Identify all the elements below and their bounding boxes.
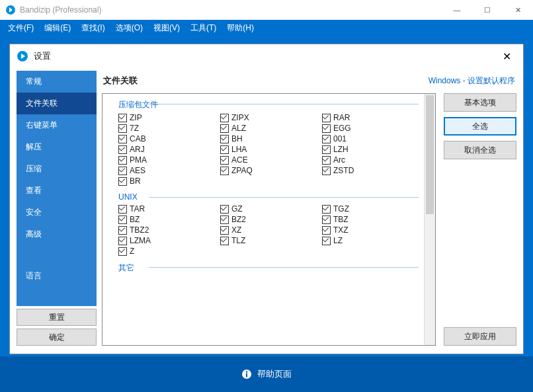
window-minimize-button[interactable]: —: [442, 0, 472, 20]
checkbox-box[interactable]: [118, 205, 127, 214]
file-type-checkbox[interactable]: RAR: [322, 113, 419, 122]
sidebar-item[interactable]: 查看: [17, 180, 97, 202]
checkbox-box[interactable]: [322, 145, 331, 154]
file-type-checkbox[interactable]: Z: [118, 247, 215, 256]
sidebar-item[interactable]: 解压: [17, 136, 97, 158]
sidebar-item[interactable]: 高级: [17, 223, 97, 245]
checkbox-box[interactable]: [220, 237, 229, 245]
file-type-checkbox[interactable]: BZ2: [220, 215, 317, 224]
checkbox-box[interactable]: [118, 124, 127, 133]
file-type-checkbox[interactable]: BZ: [118, 215, 215, 224]
file-type-checkbox[interactable]: LZH: [322, 145, 419, 154]
checkbox-box[interactable]: [118, 226, 127, 235]
file-type-checkbox[interactable]: LZMA: [118, 236, 215, 245]
checkbox-box[interactable]: [220, 216, 229, 224]
menu-item[interactable]: 文件(F): [3, 20, 39, 36]
checkbox-box[interactable]: [322, 124, 331, 133]
checkbox-box[interactable]: [220, 156, 229, 165]
file-type-checkbox[interactable]: TGZ: [322, 204, 419, 214]
ok-button[interactable]: 确定: [17, 329, 97, 346]
menu-item[interactable]: 工具(T): [185, 20, 222, 36]
dialog-close-button[interactable]: ✕: [497, 48, 516, 65]
file-type-checkbox[interactable]: 7Z: [118, 124, 215, 133]
checkbox-box[interactable]: [220, 205, 229, 214]
sidebar-item[interactable]: 压缩: [17, 158, 97, 180]
checkbox-box[interactable]: [322, 237, 331, 245]
basic-options-button[interactable]: 基本选项: [444, 93, 516, 112]
file-type-checkbox[interactable]: ACE: [220, 155, 317, 165]
scrollbar[interactable]: [424, 94, 435, 345]
file-type-checkbox[interactable]: BR: [118, 176, 215, 186]
checkbox-box[interactable]: [220, 167, 229, 175]
menu-item[interactable]: 帮助(H): [222, 20, 259, 36]
file-type-checkbox[interactable]: ZPAQ: [220, 166, 317, 175]
checkbox-box[interactable]: [118, 177, 127, 186]
checkbox-box[interactable]: [220, 226, 229, 235]
checkbox-label: TBZ: [333, 215, 348, 224]
file-type-checkbox[interactable]: Arc: [322, 155, 419, 165]
file-type-checkbox[interactable]: ZIPX: [220, 113, 317, 122]
file-type-checkbox[interactable]: EGG: [322, 124, 419, 133]
window-maximize-button[interactable]: ☐: [472, 0, 503, 20]
window-titlebar: Bandizip (Professional) — ☐ ✕: [0, 0, 533, 20]
help-footer[interactable]: 帮助页面: [0, 356, 533, 392]
checkbox-box[interactable]: [118, 167, 127, 175]
reset-button[interactable]: 重置: [17, 309, 97, 326]
file-type-checkbox[interactable]: ZSTD: [322, 166, 419, 175]
file-type-checkbox[interactable]: XZ: [220, 225, 317, 235]
sidebar-item[interactable]: 常规: [17, 71, 97, 93]
menubar: 文件(F)编辑(E)查找(I)选项(O)视图(V)工具(T)帮助(H): [0, 20, 533, 36]
sidebar-item[interactable]: 右键菜单: [17, 114, 97, 136]
checkbox-box[interactable]: [220, 114, 229, 122]
sidebar-item[interactable]: 安全: [17, 202, 97, 223]
checkbox-box[interactable]: [118, 216, 127, 224]
checkbox-box[interactable]: [322, 135, 331, 143]
file-type-checkbox[interactable]: TAR: [118, 204, 215, 214]
menu-item[interactable]: 视图(V): [148, 20, 185, 36]
checkbox-box[interactable]: [322, 114, 331, 122]
file-type-checkbox[interactable]: LZ: [322, 236, 419, 245]
file-type-checkbox[interactable]: TXZ: [322, 225, 419, 235]
checkbox-box[interactable]: [118, 247, 127, 256]
window-close-button[interactable]: ✕: [503, 0, 533, 20]
checkbox-label: TLZ: [231, 236, 245, 245]
apply-now-button[interactable]: 立即应用: [444, 327, 516, 346]
checkbox-box[interactable]: [118, 114, 127, 122]
file-type-checkbox[interactable]: BH: [220, 134, 317, 143]
checkbox-box[interactable]: [118, 145, 127, 154]
checkbox-label: ALZ: [231, 124, 246, 133]
file-type-checkbox[interactable]: 001: [322, 134, 419, 143]
menu-item[interactable]: 编辑(E): [39, 20, 76, 36]
checkbox-box[interactable]: [220, 135, 229, 143]
file-type-checkbox[interactable]: ALZ: [220, 124, 317, 133]
file-type-checkbox[interactable]: ZIP: [118, 113, 215, 122]
select-all-button[interactable]: 全选: [444, 117, 516, 136]
sidebar-item[interactable]: 文件关联: [17, 93, 97, 114]
checkbox-box[interactable]: [118, 237, 127, 245]
checkbox-box[interactable]: [322, 205, 331, 214]
file-type-checkbox[interactable]: PMA: [118, 155, 215, 165]
menu-item[interactable]: 选项(O): [110, 20, 148, 36]
checkbox-box[interactable]: [220, 145, 229, 154]
file-type-checkbox[interactable]: GZ: [220, 204, 317, 214]
file-type-checkbox[interactable]: TLZ: [220, 236, 317, 245]
file-type-checkbox[interactable]: TBZ2: [118, 225, 215, 235]
file-type-checkbox[interactable]: TBZ: [322, 215, 419, 224]
file-type-checkbox[interactable]: LHA: [220, 145, 317, 154]
scrollbar-thumb[interactable]: [426, 95, 434, 214]
windows-default-programs-link[interactable]: Windows - 设置默认程序: [429, 75, 515, 87]
file-type-checkbox[interactable]: AES: [118, 166, 215, 175]
checkbox-box[interactable]: [118, 135, 127, 143]
checkbox-box[interactable]: [322, 167, 331, 175]
file-type-checkbox[interactable]: ARJ: [118, 145, 215, 154]
checkbox-box[interactable]: [322, 216, 331, 224]
menu-item[interactable]: 查找(I): [76, 20, 110, 36]
checkbox-box[interactable]: [322, 156, 331, 165]
app-icon: [5, 5, 16, 15]
checkbox-box[interactable]: [118, 156, 127, 165]
file-type-checkbox[interactable]: CAB: [118, 134, 215, 143]
checkbox-box[interactable]: [322, 226, 331, 235]
checkbox-box[interactable]: [220, 124, 229, 133]
deselect-all-button[interactable]: 取消全选: [444, 141, 516, 159]
sidebar-item-language[interactable]: 语言: [17, 265, 97, 287]
